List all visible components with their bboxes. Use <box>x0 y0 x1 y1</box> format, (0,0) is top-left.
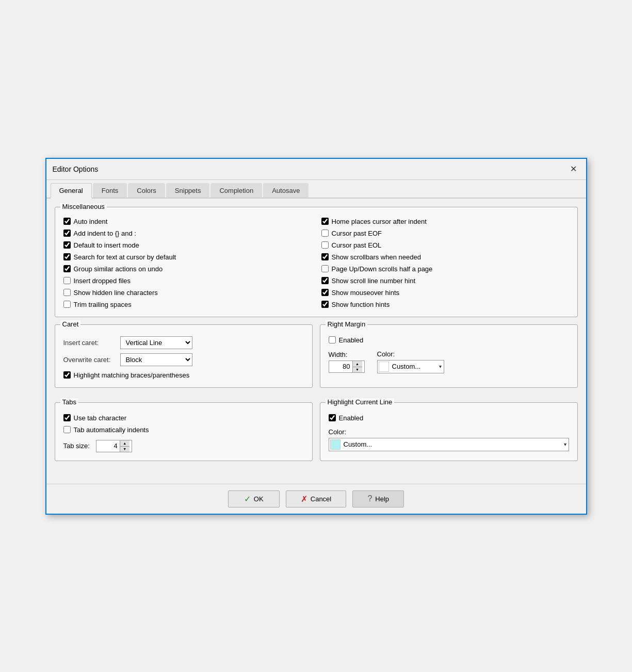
main-content: Miscellaneous Auto indent Add indent to … <box>46 199 586 484</box>
cb-show-scrollbars-label: Show scrollbars when needed <box>332 253 421 261</box>
overwrite-caret-select[interactable]: Block Vertical Line Underline <box>120 353 192 366</box>
width-label: Width: <box>329 351 365 358</box>
tab-bar: General Fonts Colors Snippets Completion… <box>46 180 586 199</box>
cb-highlight-enabled-label: Enabled <box>339 414 364 422</box>
cb-home-cursor: Home places cursor after indent <box>321 218 569 225</box>
cb-cursor-eol: Cursor past EOL <box>321 241 569 249</box>
right-margin-color-dropdown[interactable]: Custom... ▾ <box>377 360 444 373</box>
color-section: Color: Custom... ▾ <box>377 350 444 373</box>
cb-scroll-hint-input[interactable] <box>321 277 329 284</box>
cb-insert-files: Insert dropped files <box>63 277 311 285</box>
right-margin-title: Right Margin <box>326 320 368 328</box>
miscellaneous-group: Miscellaneous Auto indent Add indent to … <box>55 207 578 317</box>
tab-size-spin-btns: ▲ ▼ <box>120 440 129 452</box>
help-button[interactable]: ? Help <box>352 490 404 507</box>
width-section: Width: ▲ ▼ <box>329 351 365 373</box>
cb-hidden-chars-input[interactable] <box>63 289 71 296</box>
width-spin-down[interactable]: ▼ <box>353 367 362 372</box>
title-bar: Editor Options ✕ <box>46 159 586 180</box>
cb-auto-indent: Auto indent <box>63 218 311 225</box>
width-spin-up[interactable]: ▲ <box>353 361 362 367</box>
help-icon: ? <box>367 494 372 503</box>
cb-cursor-eof: Cursor past EOF <box>321 230 569 237</box>
cb-add-indent-input[interactable] <box>63 230 71 237</box>
cb-function-hints-label: Show function hints <box>332 301 390 308</box>
cb-mouseover-hints-input[interactable] <box>321 289 329 296</box>
help-label: Help <box>375 495 389 503</box>
tab-size-spin-up[interactable]: ▲ <box>120 440 129 446</box>
cb-default-insert: Default to insert mode <box>63 241 311 249</box>
cb-cursor-eof-input[interactable] <box>321 230 329 237</box>
width-color-row: Width: ▲ ▼ Color: <box>329 350 569 373</box>
cb-home-cursor-label: Home places cursor after indent <box>332 218 427 225</box>
width-input[interactable] <box>329 361 352 372</box>
cb-trim-trailing: Trim trailing spaces <box>63 301 311 308</box>
cb-cursor-eof-label: Cursor past EOF <box>332 230 382 237</box>
width-spin-btns: ▲ ▼ <box>352 361 362 372</box>
cb-trim-trailing-label: Trim trailing spaces <box>74 301 132 308</box>
highlight-line-group: Highlight Current Line Enabled Color: Cu… <box>320 402 578 461</box>
tab-size-row: Tab size: ▲ ▼ <box>63 440 304 452</box>
tab-snippets[interactable]: Snippets <box>166 183 210 198</box>
caret-margin-row: Caret Insert caret: Vertical Line Block … <box>55 324 578 395</box>
right-margin-color-arrow: ▾ <box>437 364 444 369</box>
window-title: Editor Options <box>53 165 99 173</box>
cb-use-tab-input[interactable] <box>63 414 71 421</box>
overwrite-caret-row: Overwrite caret: Block Vertical Line Und… <box>63 353 304 366</box>
tab-autosave[interactable]: Autosave <box>263 183 309 198</box>
tabs-title: Tabs <box>60 398 78 406</box>
cb-add-indent: Add indent to {} and : <box>63 230 311 237</box>
miscellaneous-checkboxes: Auto indent Add indent to {} and : Defau… <box>63 218 569 308</box>
tabs-highlight-row: Tabs Use tab character Tab automatically… <box>55 402 578 468</box>
cancel-button[interactable]: ✗ Cancel <box>286 490 346 507</box>
cb-scroll-hint-label: Show scroll line number hint <box>332 277 416 285</box>
cb-pageud-scroll-input[interactable] <box>321 265 329 272</box>
insert-caret-select[interactable]: Vertical Line Block Underline <box>120 336 192 349</box>
cb-search-cursor: Search for text at cursor by default <box>63 253 311 261</box>
misc-right-col: Home places cursor after indent Cursor p… <box>321 218 569 308</box>
cb-use-tab-label: Use tab character <box>74 414 127 422</box>
cb-insert-files-input[interactable] <box>63 277 71 284</box>
cb-default-insert-input[interactable] <box>63 241 71 249</box>
cb-mouseover-hints-label: Show mouseover hints <box>332 289 400 297</box>
cb-auto-indent-input[interactable] <box>63 218 71 225</box>
bottom-button-bar: ✓ OK ✗ Cancel ? Help <box>46 484 586 514</box>
cb-function-hints: Show function hints <box>321 301 569 308</box>
insert-caret-label: Insert caret: <box>63 339 115 347</box>
cb-group-undo-input[interactable] <box>63 265 71 272</box>
tab-colors[interactable]: Colors <box>128 183 165 198</box>
cb-highlight-braces: Highlight matching braces/parentheses <box>63 371 304 379</box>
tab-completion[interactable]: Completion <box>210 183 262 198</box>
close-button[interactable]: ✕ <box>568 163 580 175</box>
ok-button[interactable]: ✓ OK <box>228 490 280 507</box>
cb-highlight-enabled-input[interactable] <box>329 414 336 421</box>
highlight-color-dropdown[interactable]: Custom... ▾ <box>329 438 569 451</box>
cb-home-cursor-input[interactable] <box>321 218 329 225</box>
caret-group: Caret Insert caret: Vertical Line Block … <box>55 324 313 388</box>
highlight-color-label: Color: <box>329 428 569 436</box>
cb-auto-indent-label: Auto indent <box>74 218 108 225</box>
caret-title: Caret <box>60 320 81 328</box>
cb-cursor-eol-input[interactable] <box>321 241 329 249</box>
cb-highlight-braces-input[interactable] <box>63 371 71 379</box>
cb-right-margin-label: Enabled <box>339 336 364 344</box>
tab-general[interactable]: General <box>51 183 92 199</box>
highlight-color-section: Color: Custom... ▾ <box>329 428 569 451</box>
cancel-icon: ✗ <box>301 494 307 504</box>
right-margin-color-text: Custom... <box>390 361 437 372</box>
cb-tab-auto-indent-input[interactable] <box>63 426 71 433</box>
cb-trim-trailing-input[interactable] <box>63 301 71 308</box>
cb-group-undo-label: Group similar actions on undo <box>74 265 163 273</box>
cb-group-undo: Group similar actions on undo <box>63 265 311 273</box>
tab-fonts[interactable]: Fonts <box>93 183 127 198</box>
tab-size-input[interactable] <box>96 440 120 451</box>
cb-tab-auto-indent-label: Tab automatically indents <box>74 426 149 434</box>
tab-size-spin-down[interactable]: ▼ <box>120 446 129 452</box>
cb-tab-auto-indent: Tab automatically indents <box>63 426 304 434</box>
overwrite-caret-label: Overwrite caret: <box>63 356 115 364</box>
cb-show-scrollbars-input[interactable] <box>321 253 329 260</box>
cb-function-hints-input[interactable] <box>321 301 329 308</box>
cb-search-cursor-input[interactable] <box>63 253 71 260</box>
cb-right-margin-input[interactable] <box>329 336 336 343</box>
tab-size-spinbox: ▲ ▼ <box>96 440 132 452</box>
